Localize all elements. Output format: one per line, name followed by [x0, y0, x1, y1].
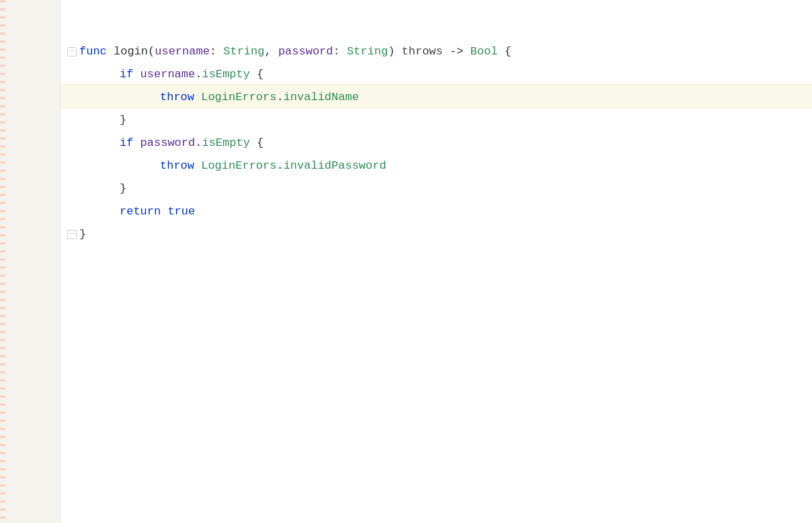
code-line-return: return true: [60, 200, 812, 223]
code-line-func: − func login(username: String, password:…: [60, 40, 812, 63]
function-name: login: [114, 40, 148, 63]
colon1: :: [210, 40, 223, 63]
error-class1: LoginErrors: [201, 86, 276, 109]
code-line-closefunc: − }: [60, 223, 812, 246]
type-string2: String: [347, 40, 388, 63]
keyword-if1: if: [120, 63, 140, 86]
method-isEmpty2: isEmpty: [202, 132, 249, 155]
type-bool: Bool: [471, 40, 498, 63]
brace-close-func: }: [79, 223, 86, 246]
keyword-throw2: throw: [160, 155, 201, 177]
code-area: − func login(username: String, password:…: [60, 0, 812, 523]
keyword-return: return: [120, 200, 167, 223]
param-username: username: [155, 40, 210, 63]
arrow: ->: [443, 40, 471, 63]
error-case1: invalidName: [284, 86, 359, 109]
brace-close-if2: }: [120, 177, 126, 200]
paren-close: ): [388, 40, 401, 63]
keyword-throws: throws: [402, 40, 443, 63]
dot3: .: [195, 132, 202, 155]
dot2: .: [276, 86, 283, 109]
keyword-func: func: [79, 40, 114, 63]
dot1: .: [195, 63, 202, 86]
brace-open-func: {: [497, 40, 511, 63]
error-class2: LoginErrors: [201, 155, 276, 177]
literal-true: true: [167, 200, 195, 223]
brace-open-if1: {: [250, 63, 263, 86]
code-content: − func login(username: String, password:…: [60, 0, 812, 286]
editor-container: − func login(username: String, password:…: [0, 0, 812, 523]
brace-close-if1: }: [120, 109, 126, 132]
gutter-stripe: [0, 0, 5, 523]
left-gutter: [0, 0, 60, 523]
code-line-if1: if username.isEmpty {: [60, 63, 812, 86]
fold-icon-func[interactable]: −: [67, 47, 77, 56]
ref-username: username: [140, 63, 196, 86]
dot4: .: [276, 155, 283, 177]
code-line-if2: if password.isEmpty {: [60, 132, 812, 155]
comma: ,: [264, 40, 278, 63]
error-case2: invalidPassword: [284, 155, 387, 177]
keyword-throw1: throw: [160, 86, 201, 109]
type-string1: String: [223, 40, 264, 63]
param-password: password: [278, 40, 333, 63]
code-line-throw1: throw LoginErrors.invalidName: [60, 86, 812, 109]
keyword-if2: if: [120, 132, 140, 155]
ref-password: password: [140, 132, 196, 155]
colon2: :: [333, 40, 347, 63]
brace-open-if2: {: [250, 132, 263, 155]
code-line-close1: }: [60, 109, 812, 132]
code-line-close2: }: [60, 177, 812, 200]
method-isEmpty1: isEmpty: [202, 63, 249, 86]
code-line-throw2: throw LoginErrors.invalidPassword: [60, 155, 812, 177]
fold-icon-closefunc[interactable]: −: [67, 230, 77, 239]
paren-open: (: [148, 40, 155, 63]
